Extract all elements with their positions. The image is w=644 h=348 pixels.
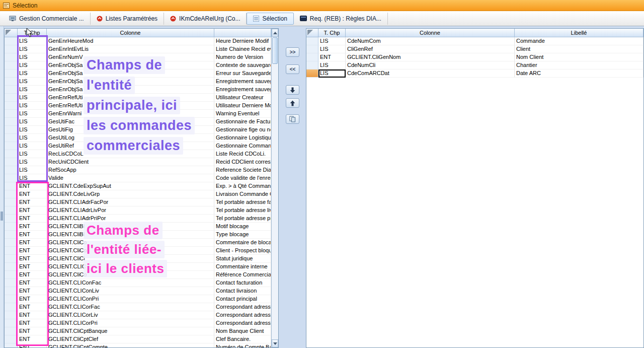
cell-libelle[interactable]: Exp. > à Qté Commandé [214, 182, 271, 190]
move-down-button[interactable] [286, 85, 299, 95]
row-selector[interactable] [5, 94, 18, 102]
cell-libelle[interactable]: Clef Bancaire. [214, 335, 271, 343]
cell-libelle[interactable]: Correspondant adresse [214, 319, 271, 327]
cell-colonne[interactable]: GenEnrIntEvtLis [47, 45, 214, 53]
row-selector[interactable] [5, 142, 18, 150]
column-header-libelle[interactable] [214, 29, 271, 37]
row-selector[interactable] [5, 61, 18, 69]
cell-colonne[interactable]: CdeNumCli [346, 61, 515, 69]
table-row[interactable]: LIS CliGenRef Client [306, 45, 643, 53]
cell-colonne[interactable]: GenEnrHeureMod [47, 37, 214, 45]
cell-libelle[interactable]: Contexte de sauvegarde [214, 61, 271, 69]
row-selector[interactable] [5, 158, 18, 166]
move-all-left-button[interactable]: << [286, 64, 299, 74]
row-selector[interactable] [5, 78, 18, 86]
cell-colonne[interactable]: GCLIENT.CdeExpSupAut [47, 182, 214, 190]
cell-colonne[interactable]: GCLIENT.CdeLivGrp [47, 190, 214, 198]
row-selector[interactable] [306, 53, 318, 61]
cell-colonne[interactable]: CdeComARCDat [346, 69, 515, 78]
cell-libelle[interactable]: Liste Recid CDCoLi. [214, 150, 271, 158]
cell-libelle[interactable]: Contact livraison [214, 287, 271, 295]
move-up-button[interactable] [286, 98, 299, 108]
cell-libelle[interactable]: Gestionnaire Commande [214, 142, 271, 150]
cell-libelle[interactable]: Gestionnaire de Factura [214, 118, 271, 126]
cell-libelle[interactable]: Warning Eventuel [214, 110, 271, 118]
splitter-handle[interactable] [1, 212, 3, 221]
cell-libelle[interactable]: Référence Commercial [214, 271, 271, 279]
table-row[interactable]: LIS CdeNumCli Chantier [306, 61, 643, 69]
cell-tchp[interactable]: LIS [318, 37, 346, 45]
cell-colonne[interactable]: GCLIENT.CLIConFac [47, 279, 214, 287]
cell-libelle[interactable]: Correspondant adresse [214, 311, 271, 319]
cell-colonne[interactable]: GCLIENT.CliCptClef [47, 335, 214, 343]
cell-tchp[interactable]: LIS [318, 45, 346, 53]
cell-colonne[interactable]: GCLIENT.CliCptCompte [47, 343, 214, 348]
cell-libelle[interactable]: Chantier [515, 61, 643, 69]
row-selector[interactable] [5, 174, 18, 182]
column-header-libelle[interactable]: Libellé [515, 29, 643, 37]
cell-libelle[interactable]: Recid CDClient correspo [214, 158, 271, 166]
table-row[interactable]: LIS CdeNumCom Commande [306, 37, 643, 45]
cell-libelle[interactable]: Nom Client [515, 53, 643, 61]
scroll-thumb[interactable] [272, 37, 278, 64]
row-selector[interactable] [5, 166, 18, 174]
select-all-corner[interactable] [306, 29, 318, 37]
scroll-up-button[interactable] [272, 29, 278, 37]
cell-libelle[interactable]: Date ARC [515, 69, 643, 78]
cell-libelle[interactable]: Commentaire interne [214, 263, 271, 271]
row-selector[interactable] [5, 134, 18, 142]
cell-colonne[interactable]: CdeNumCom [346, 37, 515, 45]
column-header-tchp[interactable]: T. Chp [318, 29, 346, 37]
cell-libelle[interactable]: Utilisateur Derniere Mod [214, 102, 271, 110]
cell-libelle[interactable]: Liste Chainee Recid evt [214, 45, 271, 53]
cell-colonne[interactable]: GCLIENT.CliGenNom [346, 53, 515, 61]
cell-libelle[interactable]: Client - Prospect bloqué [214, 247, 271, 255]
tab-gestion-commerciale[interactable]: Gestion Commerciale ... [3, 13, 91, 25]
cell-libelle[interactable]: Contact principal [214, 295, 271, 303]
row-selector[interactable] [306, 61, 318, 69]
row-selector[interactable] [5, 53, 18, 61]
cell-tchp[interactable]: LIS [318, 69, 346, 78]
cell-libelle[interactable]: Client [515, 45, 643, 53]
cell-colonne[interactable]: GCLIENT.CLIAdrFacPor [47, 198, 214, 206]
tab-listes-parametrees[interactable]: Listes Paramétrées [91, 13, 164, 25]
table-row[interactable]: ENT GCLIENT.CliGenNom Nom Client [306, 53, 643, 61]
tab-selection[interactable]: Sélection [247, 13, 293, 25]
cell-libelle[interactable]: Statut juridique [214, 255, 271, 263]
cell-libelle[interactable]: Tel portable adresse pri [214, 215, 271, 223]
tab-req-regles[interactable]: Req. (REB) : Règles DIA... [294, 13, 388, 25]
row-selector[interactable] [5, 69, 18, 78]
cell-libelle[interactable]: Commande [515, 37, 643, 45]
row-selector[interactable] [5, 110, 18, 118]
cell-libelle[interactable]: Numéro de Compte Ban [214, 343, 271, 348]
row-selector[interactable] [5, 118, 18, 126]
left-edge-panel[interactable] [0, 26, 4, 348]
copy-button[interactable] [286, 114, 299, 124]
cell-colonne[interactable]: RecUniCDClient [47, 158, 214, 166]
cell-colonne[interactable]: GCLIENT.CLIConLiv [47, 287, 214, 295]
cell-colonne[interactable]: GCLIENT.CLIConPri [47, 295, 214, 303]
row-selector[interactable] [306, 69, 318, 78]
left-grid-scrollbar[interactable] [271, 29, 278, 347]
scroll-down-button[interactable] [272, 339, 278, 347]
title-bar[interactable]: Sélection [0, 0, 644, 11]
cell-tchp[interactable]: ENT [318, 53, 346, 61]
table-row[interactable]: LIS CdeComARCDat Date ARC [306, 69, 643, 78]
cell-libelle[interactable]: Numero de Version [214, 53, 271, 61]
cell-libelle[interactable]: Gestionnaire Logistique [214, 134, 271, 142]
cell-libelle[interactable]: Nom Banque Client [214, 327, 271, 335]
cell-libelle[interactable]: Tel portable adresse livr [214, 206, 271, 215]
cell-libelle[interactable]: Enregistrement sauvega [214, 86, 271, 94]
row-selector[interactable] [5, 150, 18, 158]
cell-libelle[interactable]: Gestionnaire fige ou nor [214, 126, 271, 134]
cell-libelle[interactable]: Reference Societe Diap [214, 166, 271, 174]
cell-libelle[interactable]: Erreur sur Sauvegarde c [214, 69, 271, 78]
cell-libelle[interactable]: Contact facturation [214, 279, 271, 287]
cell-colonne[interactable]: Valide [47, 174, 214, 182]
cell-libelle[interactable]: Livraison Commande Gr [214, 190, 271, 198]
cell-colonne[interactable]: GCLIENT.CLICorFac [47, 303, 214, 311]
row-selector[interactable] [306, 45, 318, 53]
move-all-right-button[interactable]: >> [286, 47, 299, 57]
tab-ikmcdearelurg[interactable]: IKmCdeARelUrg (Co... [164, 13, 247, 25]
cell-colonne[interactable]: RefSocApp [47, 166, 214, 174]
